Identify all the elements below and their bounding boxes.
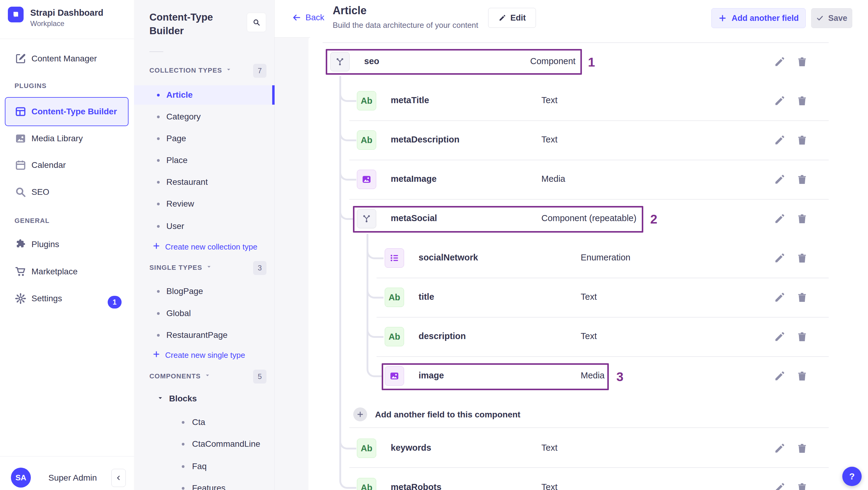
collapse-sidebar-button[interactable] bbox=[111, 469, 126, 487]
ctb-item-restaurantpage[interactable]: RestaurantPage bbox=[134, 326, 275, 345]
ctb-item-cta[interactable]: Cta bbox=[134, 412, 275, 432]
sidebar-item-label: Marketplace bbox=[31, 267, 78, 276]
delete-field-button[interactable] bbox=[796, 213, 808, 225]
ctb-item-label: Place bbox=[166, 155, 187, 165]
delete-field-button[interactable] bbox=[796, 134, 808, 146]
divider bbox=[149, 52, 163, 52]
sidebar-item-content-type-builder[interactable]: Content-Type Builder bbox=[5, 97, 128, 126]
ctb-item-label: CtaCommandLine bbox=[192, 439, 260, 449]
edit-field-button[interactable] bbox=[774, 482, 786, 490]
delete-field-button[interactable] bbox=[796, 482, 808, 490]
add-field-to-component-icon[interactable] bbox=[353, 407, 367, 421]
ctb-item-restaurant[interactable]: Restaurant bbox=[134, 173, 275, 192]
sidebar-item-plugins[interactable]: Plugins bbox=[0, 234, 134, 255]
gear-icon bbox=[14, 293, 27, 305]
panel-title: Content-Type Builder bbox=[149, 10, 240, 37]
layout-icon bbox=[14, 105, 27, 118]
search-icon bbox=[14, 186, 27, 198]
ctb-item-user[interactable]: User bbox=[134, 217, 275, 236]
delete-field-button[interactable] bbox=[796, 291, 808, 303]
add-field-to-component-label[interactable]: Add another field to this component bbox=[375, 410, 521, 420]
delete-field-button[interactable] bbox=[796, 173, 808, 185]
delete-field-button[interactable] bbox=[796, 331, 808, 343]
save-label: Save bbox=[828, 13, 847, 23]
back-link[interactable]: Back bbox=[292, 13, 324, 22]
bullet-icon bbox=[157, 116, 160, 118]
chevron-down-icon bbox=[226, 66, 232, 74]
ctb-item-label: RestaurantPage bbox=[166, 330, 227, 340]
calendar-icon bbox=[14, 159, 27, 171]
avatar[interactable]: SA bbox=[11, 468, 31, 488]
ctb-item-features[interactable]: Features bbox=[134, 479, 275, 490]
sidebar-item-media-library[interactable]: Media Library bbox=[0, 128, 134, 149]
sidebar-section-header: GENERAL bbox=[14, 217, 50, 225]
ctb-group-label: Blocks bbox=[169, 394, 197, 403]
bullet-icon bbox=[157, 159, 160, 162]
ctb-item-review[interactable]: Review bbox=[134, 194, 275, 214]
ctb-item-label: Restaurant bbox=[166, 177, 208, 187]
ctb-item-page[interactable]: Page bbox=[134, 129, 275, 148]
cart-icon bbox=[14, 266, 27, 278]
sidebar-item-calendar[interactable]: Calendar bbox=[0, 154, 134, 176]
sidebar-item-seo[interactable]: SEO bbox=[0, 181, 134, 203]
edit-field-button[interactable] bbox=[774, 370, 786, 382]
ctb-action-label: Create new single type bbox=[165, 350, 245, 360]
edit-field-button[interactable] bbox=[774, 173, 786, 185]
ctb-action-create-new-collection-type[interactable]: Create new collection type bbox=[152, 242, 257, 252]
search-button[interactable] bbox=[247, 13, 266, 32]
edit-field-button[interactable] bbox=[774, 331, 786, 343]
ctb-section-header[interactable]: COMPONENTS bbox=[149, 372, 211, 380]
check-icon bbox=[816, 14, 824, 22]
delete-field-button[interactable] bbox=[796, 56, 808, 68]
ctb-item-place[interactable]: Place bbox=[134, 151, 275, 170]
chevron-down-icon bbox=[206, 264, 212, 272]
ctb-section-header[interactable]: COLLECTION TYPES bbox=[149, 66, 232, 74]
strapi-dashboard: Strapi Dashboard Workplace Content Manag… bbox=[0, 0, 868, 490]
delete-field-button[interactable] bbox=[796, 442, 808, 454]
ctb-group-blocks[interactable]: Blocks bbox=[157, 394, 197, 403]
delete-field-button[interactable] bbox=[796, 95, 808, 107]
save-button[interactable]: Save bbox=[811, 8, 852, 28]
ctb-item-label: Features bbox=[192, 483, 226, 490]
ctb-action-label: Create new collection type bbox=[165, 242, 257, 252]
sidebar-item-settings[interactable]: Settings1 bbox=[0, 288, 134, 309]
ctb-item-ctacommandline[interactable]: CtaCommandLine bbox=[134, 434, 275, 454]
sidebar-item-label: SEO bbox=[31, 187, 49, 197]
bullet-icon bbox=[182, 443, 185, 446]
page-title: Article bbox=[333, 4, 367, 17]
edit-field-button[interactable] bbox=[774, 95, 786, 107]
plus-icon bbox=[152, 350, 160, 360]
sidebar-item-label: Calendar bbox=[31, 160, 66, 170]
sidebar-item-content-manager[interactable]: Content Manager bbox=[0, 48, 134, 69]
edit-field-button[interactable] bbox=[774, 252, 786, 264]
ctb-item-category[interactable]: Category bbox=[134, 107, 275, 126]
edit-field-button[interactable] bbox=[774, 291, 786, 303]
settings-badge: 1 bbox=[108, 296, 122, 308]
ctb-item-label: Category bbox=[166, 112, 201, 122]
section-label: COMPONENTS bbox=[149, 372, 201, 380]
app-title: Strapi Dashboard bbox=[30, 8, 103, 18]
delete-field-button[interactable] bbox=[796, 252, 808, 264]
bullet-icon bbox=[182, 487, 185, 490]
ctb-item-faq[interactable]: Faq bbox=[134, 457, 275, 476]
ctb-item-article[interactable]: Article bbox=[134, 85, 275, 105]
delete-field-button[interactable] bbox=[796, 370, 808, 382]
edit-button[interactable]: Edit bbox=[488, 8, 536, 28]
ctb-item-blogpage[interactable]: BlogPage bbox=[134, 282, 275, 301]
pen-square-icon bbox=[14, 53, 27, 65]
sidebar: Strapi Dashboard Workplace Content Manag… bbox=[0, 0, 134, 490]
add-another-field-button[interactable]: Add another field bbox=[711, 8, 806, 28]
strapi-logo-icon bbox=[8, 7, 24, 22]
ctb-action-create-new-single-type[interactable]: Create new single type bbox=[152, 350, 245, 360]
ctb-section-header[interactable]: SINGLE TYPES bbox=[149, 264, 212, 272]
edit-field-button[interactable] bbox=[774, 134, 786, 146]
edit-field-button[interactable] bbox=[774, 213, 786, 225]
edit-field-button[interactable] bbox=[774, 56, 786, 68]
sidebar-item-marketplace[interactable]: Marketplace bbox=[0, 261, 134, 282]
edit-label: Edit bbox=[510, 13, 526, 23]
ctb-item-global[interactable]: Global bbox=[134, 304, 275, 323]
section-count-badge: 7 bbox=[253, 64, 267, 78]
help-button[interactable]: ? bbox=[842, 467, 862, 486]
edit-field-button[interactable] bbox=[774, 442, 786, 454]
workspace-name: Workplace bbox=[30, 19, 64, 28]
